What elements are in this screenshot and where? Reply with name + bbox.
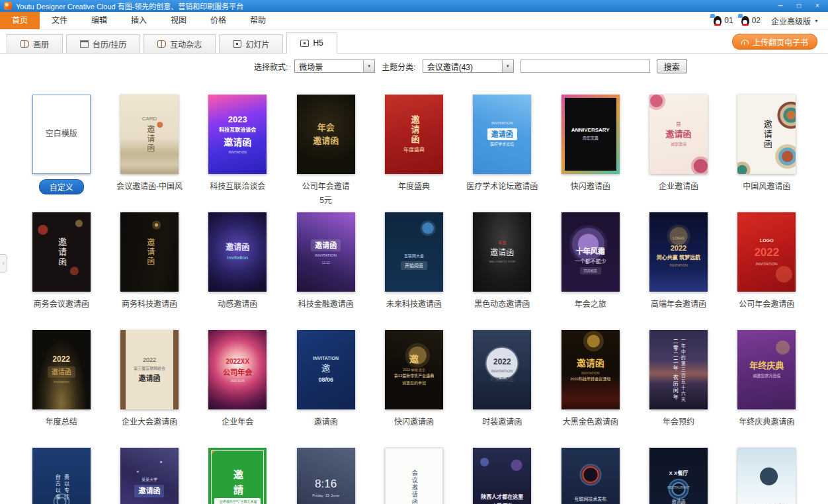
template-card[interactable]: 8:16Friday, 15 June: [297, 448, 355, 504]
template-card[interactable]: 邀请函INVITATION12.12科技金融邀请函: [297, 212, 355, 309]
template-thumbnail[interactable]: 互联网技术发布研讨会: [561, 448, 620, 504]
template-card[interactable]: 二零二二年 农历闰年一年中的第三百五十六天年会预约: [649, 330, 708, 427]
template-card[interactable]: 年终庆典诚邀您拨冗莅临年终庆典邀请函: [737, 330, 796, 427]
template-thumbnail[interactable]: 2022邀请函Invitation: [32, 330, 91, 409]
template-thumbnail[interactable]: 2022中国国际渔业博览会: [737, 448, 796, 504]
template-thumbnail[interactable]: 8:16Friday, 15 June: [297, 448, 355, 504]
tab-album[interactable]: 画册: [7, 34, 63, 54]
customize-button[interactable]: 自定义: [39, 179, 84, 194]
template-card[interactable]: LOGO2022同心共赢 筑梦远航INVITATION高端年会邀请函: [649, 212, 708, 309]
template-card[interactable]: 囍邀请函诚挚邀请企业邀请函: [649, 95, 708, 191]
left-panel-handle[interactable]: ›: [0, 254, 7, 273]
template-thumbnail[interactable]: 邀请函: [120, 212, 179, 292]
template-card[interactable]: 2022第三届互联网峰会邀请函企业大会邀请函: [120, 330, 179, 427]
tab-calendar[interactable]: 台历/挂历: [66, 34, 140, 54]
template-card[interactable]: 2022中国国际渔业博览会: [737, 448, 796, 504]
menu-item-6[interactable]: 帮助: [238, 12, 278, 29]
template-thumbnail[interactable]: 十年风霜一个都不能少回首相见: [561, 212, 620, 292]
menu-item-2[interactable]: 编辑: [79, 12, 119, 29]
template-thumbnail[interactable]: 会议邀请函: [385, 448, 443, 504]
template-thumbnail[interactable]: 邀请函Invitation: [208, 212, 267, 292]
template-card[interactable]: 邀请函商务会议邀请函: [32, 212, 91, 309]
template-thumbnail[interactable]: CARD邀请函: [120, 95, 179, 174]
menu-item-4[interactable]: 视图: [159, 12, 198, 29]
menu-item-5[interactable]: 价格: [198, 12, 238, 29]
menu-item-0[interactable]: 首页: [0, 12, 40, 29]
template-card[interactable]: INVITATION邀请函医疗学术论坛医疗学术论坛邀请函: [466, 95, 538, 191]
template-card[interactable]: 陕西人才都在这里中国·西安: [473, 448, 531, 504]
template-card[interactable]: INVITATION邀08/06邀请函: [297, 330, 355, 427]
template-card[interactable]: 邀请函商务科技邀请函: [120, 212, 179, 309]
thumbnail-text: LOGO: [760, 237, 774, 243]
template-thumbnail[interactable]: INVITATION邀08/06: [297, 330, 355, 409]
template-card[interactable]: 2023科技互联洽谈会邀请函INVITATION科技互联洽谈会: [208, 95, 267, 191]
template-card[interactable]: 某某大学邀请函: [120, 448, 179, 504]
template-thumbnail[interactable]: 二零二二年 农历闰年一年中的第三百五十六天: [649, 330, 708, 409]
template-card[interactable]: CARD邀请函会议邀请函-中国风: [116, 95, 183, 191]
qq-account[interactable]: 01: [714, 16, 733, 26]
template-thumbnail[interactable]: 自古以来贵以专注: [32, 448, 91, 504]
template-card[interactable]: ANNIVERSARY周年庆典快闪邀请函: [561, 95, 620, 191]
template-thumbnail[interactable]: 互联网大会开始阅览: [385, 212, 443, 292]
template-thumbnail[interactable]: 2022INVITATION时装邀请函: [473, 330, 531, 409]
template-card[interactable]: 十年风霜一个都不能少回首相见年会之旅: [561, 212, 620, 309]
template-card[interactable]: 会议邀请函: [385, 448, 443, 504]
close-button[interactable]: ×: [809, 1, 825, 11]
qq-account[interactable]: 02: [741, 16, 761, 26]
template-card[interactable]: 空白模版自定义: [32, 95, 91, 194]
template-thumbnail[interactable]: LOGO2022同心共赢 筑梦远航INVITATION: [649, 212, 708, 292]
template-card[interactable]: 邀请函INVITATION2022科技年终会议活动大黑金色邀请函: [561, 330, 620, 427]
menu-item-1[interactable]: 文件: [40, 12, 79, 29]
template-card[interactable]: 互联网技术发布研讨会: [561, 448, 620, 504]
template-thumbnail[interactable]: 2023科技互联洽谈会邀请函INVITATION: [208, 95, 267, 174]
template-thumbnail[interactable]: 囍邀请函诚挚邀请: [649, 95, 708, 174]
template-thumbnail[interactable]: 邀请函INVITATION12.12: [297, 212, 355, 292]
minimize-button[interactable]: ─: [772, 1, 788, 11]
template-thumbnail[interactable]: 邀2022 中国·北京第13届新零售产业盛典诚邀您的参加: [385, 330, 443, 409]
template-card[interactable]: 邀请函年度盛典年度盛典: [385, 95, 443, 191]
template-thumbnail[interactable]: 某某大学邀请函: [120, 448, 179, 504]
template-thumbnail[interactable]: 邀请函年度盛典: [385, 95, 443, 174]
category-select[interactable]: 会议邀请(43) ▼: [423, 60, 514, 73]
template-card[interactable]: 2022邀请函Invitation年度总结: [32, 330, 91, 427]
template-thumbnail[interactable]: 邀 請“会呼吸的空气”主题艺术展: [208, 448, 267, 504]
template-card[interactable]: LOGO2022INVITATION公司年会邀请函: [737, 212, 796, 309]
template-card[interactable]: 邀 請“会呼吸的空气”主题艺术展: [208, 448, 267, 504]
style-select[interactable]: 微场景 ▼: [294, 60, 375, 73]
template-card[interactable]: 邀请函Invitation动感邀请函: [208, 212, 267, 309]
template-thumbnail[interactable]: ANNIVERSARY周年庆典: [561, 95, 620, 174]
template-thumbnail[interactable]: 邀请函: [32, 212, 91, 292]
template-card[interactable]: 有图邀请函WELCOME TO YOUR黑色动态邀请函: [473, 212, 531, 309]
template-thumbnail[interactable]: 陕西人才都在这里中国·西安: [473, 448, 531, 504]
blank-template-thumbnail[interactable]: 空白模版: [32, 95, 91, 174]
template-card[interactable]: X X餐厅RESTAURANT邀请函: [649, 448, 708, 504]
template-thumbnail[interactable]: X X餐厅RESTAURANT邀请函: [649, 448, 708, 504]
search-input[interactable]: [520, 60, 650, 73]
template-card[interactable]: 2022INVITATION时装邀请函时装邀请函: [473, 330, 531, 427]
template-thumbnail[interactable]: 2022XX公司年会2022-12-26: [208, 330, 267, 409]
thumbnail-text: 年会: [317, 122, 335, 134]
template-thumbnail[interactable]: 邀请函INVITATION2022科技年终会议活动: [561, 330, 620, 409]
tab-magazine[interactable]: 互动杂志: [144, 34, 216, 54]
template-thumbnail[interactable]: 2022第三届互联网峰会邀请函: [120, 330, 179, 409]
template-thumbnail[interactable]: 有图邀请函WELCOME TO YOUR: [473, 212, 531, 292]
template-thumbnail[interactable]: 年终庆典诚邀您拨冗莅临: [737, 330, 796, 409]
calendar-icon: [80, 40, 89, 48]
template-thumbnail[interactable]: 年会邀请函: [297, 95, 355, 174]
template-thumbnail[interactable]: LOGO2022INVITATION: [737, 212, 796, 292]
maximize-button[interactable]: □: [791, 1, 807, 11]
tab-h5[interactable]: H5: [286, 32, 337, 54]
template-thumbnail[interactable]: INVITATION邀请函医疗学术论坛: [473, 95, 531, 174]
upload-ebook-button[interactable]: 上传翻页电子书: [732, 34, 817, 50]
tab-slides[interactable]: 幻灯片: [219, 34, 283, 54]
template-card[interactable]: 2022XX公司年会2022-12-26企业年会: [208, 330, 267, 427]
search-button[interactable]: 搜索: [657, 59, 687, 73]
template-card[interactable]: 邀请函中国风邀请函: [737, 95, 796, 191]
template-card[interactable]: 邀2022 中国·北京第13届新零售产业盛典诚邀您的参加快闪邀请函: [385, 330, 443, 427]
template-thumbnail[interactable]: 邀请函: [737, 95, 796, 174]
template-card[interactable]: 自古以来贵以专注: [32, 448, 91, 504]
menu-item-3[interactable]: 插入: [119, 12, 159, 29]
template-card[interactable]: 年会邀请函公司年会邀请5元: [297, 95, 355, 205]
plan-dropdown[interactable]: 企业高级版 ▼: [771, 15, 819, 26]
template-card[interactable]: 互联网大会开始阅览未来科技邀请函: [385, 212, 443, 309]
